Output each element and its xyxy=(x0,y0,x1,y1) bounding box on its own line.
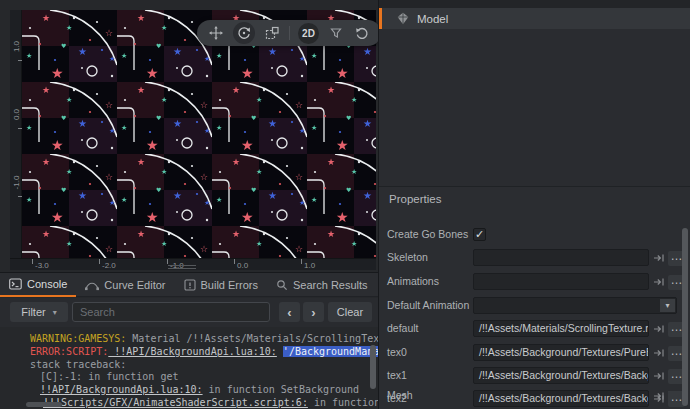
next-match-button[interactable]: › xyxy=(303,302,324,322)
default-material-field[interactable]: /!!Assets/Materials/ScrollingTexture.mat… xyxy=(473,320,649,337)
prev-match-button[interactable]: ‹ xyxy=(279,302,300,322)
property-label: tex2 xyxy=(387,390,407,407)
console-tabbar: Console Curve Editor Build Errors Search… xyxy=(0,273,378,297)
search-icon xyxy=(276,279,288,291)
ruler-x-label: 1.0 xyxy=(304,261,315,270)
chevron-right-icon: › xyxy=(311,305,315,320)
chevron-left-icon: ‹ xyxy=(287,305,291,320)
tab-label: Search Results xyxy=(293,279,368,291)
inspector-vertical-scrollbar[interactable] xyxy=(682,228,688,406)
log-text: Material /!!Assets/Materials/ScrollingTe… xyxy=(126,333,378,344)
tab-label: Console xyxy=(27,278,67,290)
clear-label: Clear xyxy=(337,306,363,318)
console-toolbar: Filter ▾ ‹ › Clear xyxy=(0,298,378,327)
property-label: tex1 xyxy=(387,367,407,384)
viewport-toolbar: 2D xyxy=(197,20,381,46)
chevron-down-icon: ▾ xyxy=(53,308,57,317)
property-label: Default Animation xyxy=(387,297,469,314)
visibility-filter-icon xyxy=(329,26,343,40)
filter-label: Filter xyxy=(21,306,45,318)
ruler-x-label: -2.0 xyxy=(102,261,116,270)
console-log: WARNING:GAMESYS: Material /!!Assets/Mate… xyxy=(0,327,378,409)
log-line: [C]:-1: in function get xyxy=(0,371,378,384)
tab-build-errors[interactable]: Build Errors xyxy=(175,273,267,297)
log-file-link[interactable]: !!!Scripts/GFX/AnimateShaderScript.scrip… xyxy=(43,397,308,408)
tab-curve-editor[interactable]: Curve Editor xyxy=(76,273,174,297)
property-label: default xyxy=(387,320,419,337)
build-errors-icon xyxy=(184,279,196,291)
skeleton-resource-field[interactable] xyxy=(473,249,649,266)
log-line: ERROR:SCRIPT: !!API/BackgroundApi.lua:10… xyxy=(0,346,378,359)
tab-label: Curve Editor xyxy=(104,279,165,291)
log-line: WARNING:GAMESYS: Material /!!Assets/Mate… xyxy=(0,333,378,346)
log-line: !!API/BackgroundApi.lua:10: in function … xyxy=(0,384,378,397)
clear-button[interactable]: Clear xyxy=(328,302,372,322)
jump-to-resource-button[interactable] xyxy=(652,390,665,407)
inspector-header: Model xyxy=(379,8,690,29)
inspector-panel: Model Properties Mesh /!!Assets/Backgrou… xyxy=(378,0,690,409)
scene-viewport-panel: ★ ★ ☆ ★ ★ ★ ♥ ★ xyxy=(0,0,378,272)
tab-search-results[interactable]: Search Results xyxy=(267,273,377,297)
arrow-to-bar-icon xyxy=(653,393,665,405)
tex0-resource-field[interactable]: /!!Assets/Background/Textures/PureBG.png xyxy=(473,344,649,361)
reset-camera-icon xyxy=(355,26,369,40)
scale-tool-icon xyxy=(265,26,279,40)
arrow-to-bar-icon xyxy=(653,347,665,359)
ruler-vertical: 1.0 0.0 -1.0 xyxy=(10,10,22,258)
log-text: in function <!!!Scripts/GF xyxy=(308,397,378,408)
console-horizontal-scrollbar[interactable] xyxy=(26,402,62,407)
console-vertical-scrollbar[interactable] xyxy=(370,345,376,389)
chevron-down-icon: ▾ xyxy=(660,299,675,312)
check-icon: ✓ xyxy=(475,228,484,240)
model-icon xyxy=(397,12,409,25)
property-label: Skeleton xyxy=(387,249,428,266)
ruler-y-label: 0.0 xyxy=(12,104,21,126)
visibility-filter-button[interactable] xyxy=(327,24,345,42)
tex2-resource-field[interactable]: /!!Assets/Background/Textures/Background… xyxy=(473,390,649,407)
arrow-to-bar-icon xyxy=(653,323,665,335)
jump-to-resource-button[interactable] xyxy=(652,344,665,361)
2d-mode-toggle[interactable]: 2D xyxy=(298,23,319,44)
property-label: tex0 xyxy=(387,344,407,361)
rotate-tool-icon xyxy=(237,26,251,40)
ruler-x-label: 0.0 xyxy=(237,261,248,270)
animations-resource-field[interactable] xyxy=(473,273,649,290)
rotate-tool-button[interactable] xyxy=(233,22,255,44)
log-file-link[interactable]: !!API/BackgroundApi.lua:10: xyxy=(108,346,277,357)
jump-to-resource-button[interactable] xyxy=(652,367,665,384)
terminal-icon xyxy=(9,278,22,290)
ruler-x-label: -3.0 xyxy=(35,261,49,270)
ruler-y-label: -1.0 xyxy=(12,172,21,194)
arrow-to-bar-icon xyxy=(653,252,665,264)
move-tool-button[interactable] xyxy=(207,24,225,42)
ruler-y-label: 1.0 xyxy=(12,36,21,58)
tex1-resource-field[interactable]: /!!Assets/Background/Textures/Background… xyxy=(473,367,649,384)
editor-window: ★ ★ ☆ ★ ★ ★ ♥ ★ xyxy=(0,0,690,409)
panel-splitter-handle[interactable] xyxy=(168,265,196,270)
selection-accent-bar xyxy=(379,8,382,29)
default-animation-dropdown[interactable]: ▾ xyxy=(473,297,677,314)
tab-label: Build Errors xyxy=(201,279,258,291)
warning-severity: WARNING:GAMESYS: xyxy=(30,333,126,344)
log-file-link[interactable]: !!API/BackgroundApi.lua:10: xyxy=(40,384,203,395)
tab-console[interactable]: Console xyxy=(0,273,76,297)
property-label: Create Go Bones xyxy=(387,226,468,243)
search-input[interactable] xyxy=(72,302,270,322)
jump-to-resource-button[interactable] xyxy=(652,273,665,290)
create-go-bones-checkbox[interactable]: ✓ xyxy=(473,228,486,241)
error-severity: ERROR:SCRIPT: xyxy=(30,346,108,357)
inspector-title: Model xyxy=(417,13,448,25)
viewport-canvas[interactable]: ★ ★ ☆ ★ ★ ★ ♥ ★ xyxy=(22,10,376,258)
selected-text: '/BackgroundManager#BackgroundP xyxy=(283,346,378,357)
reset-camera-button[interactable] xyxy=(353,24,371,42)
inspector-top-strip xyxy=(379,0,690,8)
log-text: in function SetBackground xyxy=(203,384,360,395)
arrow-to-bar-icon xyxy=(653,276,665,288)
move-tool-icon xyxy=(209,26,223,40)
filter-dropdown[interactable]: Filter ▾ xyxy=(10,302,68,322)
property-label: Animations xyxy=(387,273,439,290)
tiled-texture-preview: ★ ★ ☆ ★ ★ ★ ♥ ★ xyxy=(22,10,376,258)
scale-tool-button[interactable] xyxy=(263,24,281,42)
jump-to-resource-button[interactable] xyxy=(652,320,665,337)
jump-to-resource-button[interactable] xyxy=(652,249,665,266)
